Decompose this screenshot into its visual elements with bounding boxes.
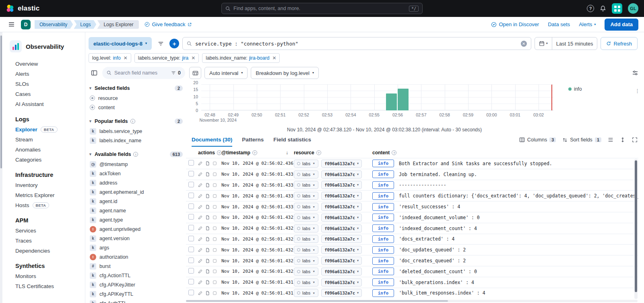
sidebar-item[interactable]: Monitors: [10, 271, 82, 281]
container-chip[interactable]: f096a6132a7c▼: [321, 235, 362, 243]
table-row[interactable]: Nov 10, 2024 @ 02:56:01.433 labs▼ f096a6…: [186, 190, 638, 201]
pin-icon[interactable]: [213, 226, 217, 230]
row-checkbox[interactable]: [188, 193, 194, 198]
results-tab[interactable]: Documents (30): [192, 133, 232, 147]
dataview-picker-button[interactable]: elastic-cloud-logs-8 ▾: [89, 37, 152, 50]
chart-layout-button[interactable]: [189, 67, 201, 79]
remove-filter-icon[interactable]: ✕: [272, 55, 276, 61]
service-chip[interactable]: labs▼: [294, 278, 318, 286]
pin-icon[interactable]: [213, 183, 217, 187]
edit-icon[interactable]: [198, 183, 202, 187]
container-chip[interactable]: f096a6132a7c▼: [321, 224, 362, 232]
sidebar-item[interactable]: Cases: [10, 89, 82, 99]
fullscreen-icon[interactable]: [632, 137, 638, 143]
sidebar-item[interactable]: Synthetics: [10, 261, 82, 271]
calendar-dropdown[interactable]: ▾: [535, 37, 552, 50]
pin-icon[interactable]: [213, 194, 217, 198]
row-checkbox[interactable]: [188, 203, 194, 209]
data-sets-link[interactable]: Data sets: [548, 21, 570, 27]
pin-icon[interactable]: [213, 237, 217, 241]
field-item[interactable]: k agent.version: [89, 234, 185, 243]
sidebar-item[interactable]: Stream: [10, 135, 82, 145]
columns-button[interactable]: Columns 3: [519, 137, 556, 143]
pin-icon[interactable]: [213, 291, 217, 295]
sidebar-item[interactable]: SLOs: [10, 79, 82, 89]
container-chip[interactable]: f096a6132a7c▼: [321, 257, 362, 265]
sidebar-item[interactable]: Categories: [10, 155, 82, 165]
give-feedback-link[interactable]: Give feedback: [144, 21, 191, 27]
field-item[interactable]: k labels.service_type: [89, 127, 185, 136]
service-chip[interactable]: labs▼: [294, 257, 318, 265]
histogram-plot[interactable]: 05101520: [201, 85, 553, 110]
field-item[interactable]: k cfg.APIKeyJitter: [89, 280, 185, 289]
edit-icon[interactable]: [198, 259, 202, 263]
sort-desc-icon[interactable]: ↓: [286, 150, 288, 156]
sidebar-item[interactable]: Explorer BETA: [10, 125, 82, 135]
service-chip[interactable]: labs▼: [294, 160, 318, 168]
row-checkbox[interactable]: [188, 160, 194, 166]
legend-item-info[interactable]: info: [568, 86, 582, 92]
page-scrollbar[interactable]: [0, 32, 2, 303]
table-row[interactable]: Nov 10, 2024 @ 02:56:01.432 labs▼ f096a6…: [186, 223, 638, 234]
sidebar-item[interactable]: Metrics Explorer: [10, 190, 82, 200]
field-item[interactable]: k cfg.ActionTTL: [89, 271, 185, 280]
log-level-badge[interactable]: info: [372, 181, 394, 189]
expand-document-icon[interactable]: [205, 183, 210, 187]
table-row[interactable]: Nov 10, 2024 @ 02:56:01.432 labs▼ f096a6…: [186, 244, 638, 255]
pin-icon[interactable]: [213, 269, 217, 274]
row-checkbox[interactable]: [188, 214, 194, 220]
service-chip[interactable]: labs▼: [294, 192, 318, 200]
row-checkbox[interactable]: [188, 225, 194, 230]
expand-document-icon[interactable]: [205, 237, 210, 241]
field-item[interactable]: k cfg.APIKeyTTL: [89, 289, 185, 299]
apps-grid-icon[interactable]: [612, 3, 622, 14]
table-row[interactable]: Nov 10, 2024 @ 02:56:01.432 labs▼ f096a6…: [186, 234, 638, 245]
auto-interval-dropdown[interactable]: Auto interval ▾: [204, 67, 248, 79]
expand-document-icon[interactable]: [205, 259, 210, 263]
edit-icon[interactable]: [198, 269, 202, 274]
edit-icon[interactable]: [198, 172, 202, 176]
field-item[interactable]: ◷ @timestamp: [89, 160, 185, 169]
breadcrumb-item[interactable]: Observability: [35, 20, 73, 29]
service-chip[interactable]: labs▼: [294, 224, 318, 232]
sidebar-item[interactable]: Logs: [10, 114, 82, 125]
edit-icon[interactable]: [198, 194, 202, 198]
sidebar-item[interactable]: Alerts: [10, 69, 82, 79]
expand-document-icon[interactable]: [205, 248, 210, 252]
row-checkbox[interactable]: [188, 182, 194, 187]
menu-hamburger-icon[interactable]: [6, 19, 17, 30]
edit-icon[interactable]: [198, 237, 202, 241]
notifications-icon[interactable]: [600, 5, 606, 12]
filter-pill[interactable]: labels.service_type: jira ✕: [134, 53, 199, 63]
table-row[interactable]: Nov 10, 2024 @ 02:56:01.433 labs▼ f096a6…: [186, 169, 638, 180]
table-row[interactable]: Nov 10, 2024 @ 02:56:01.433 labs▼ f096a6…: [186, 180, 638, 191]
field-item[interactable]: k agent.ephemeral_id: [89, 187, 185, 197]
row-checkbox[interactable]: [188, 171, 194, 176]
log-level-badge[interactable]: info: [372, 257, 394, 265]
table-vertical-scrollbar[interactable]: [634, 159, 638, 299]
log-level-badge[interactable]: info: [372, 192, 394, 200]
container-chip[interactable]: f096a6132a7c▼: [321, 246, 362, 254]
space-avatar[interactable]: D: [21, 20, 31, 29]
breadcrumb-item[interactable]: Logs: [74, 20, 96, 29]
container-chip[interactable]: f096a6132a7c▼: [321, 214, 362, 222]
field-item[interactable]: ! agent.unprivileged: [89, 224, 185, 234]
elastic-brand[interactable]: elastic: [6, 4, 39, 13]
sidebar-item[interactable]: Services: [10, 226, 82, 236]
service-chip[interactable]: labs▼: [294, 289, 318, 297]
refresh-button[interactable]: Refresh: [601, 37, 638, 50]
edit-icon[interactable]: [198, 226, 202, 230]
pin-icon[interactable]: [213, 280, 217, 284]
row-checkbox[interactable]: [188, 236, 194, 241]
table-row[interactable]: Nov 10, 2024 @ 02:56:01.432 labs▼ f096a6…: [186, 266, 638, 277]
remove-filter-icon[interactable]: ✕: [191, 55, 195, 61]
edit-icon[interactable]: [198, 280, 202, 284]
field-item[interactable]: k args: [89, 243, 185, 252]
expand-document-icon[interactable]: [205, 194, 210, 198]
results-tab[interactable]: Field statistics: [273, 133, 311, 147]
field-item[interactable]: k address: [89, 178, 185, 187]
filter-icon[interactable]: [155, 38, 166, 49]
clear-query-icon[interactable]: ✕: [521, 41, 527, 47]
container-chip[interactable]: f096a6132a7c▼: [321, 192, 362, 200]
service-chip[interactable]: labs▼: [294, 246, 318, 254]
